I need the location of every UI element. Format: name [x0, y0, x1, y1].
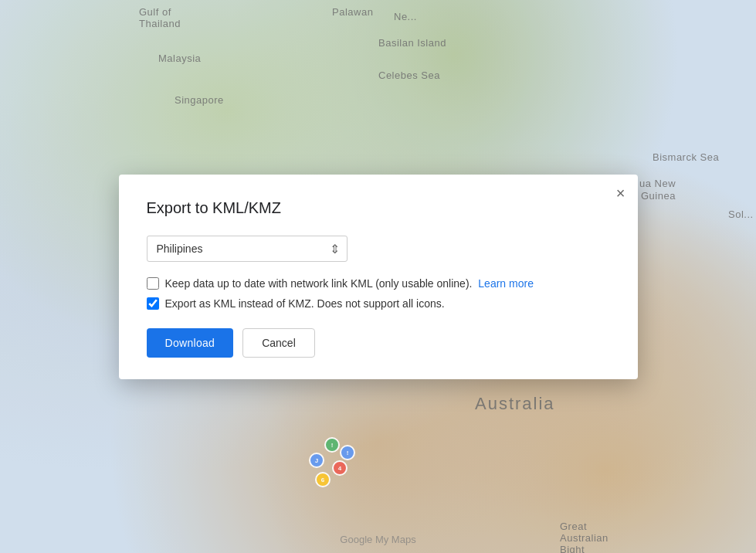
- checkbox-export-kml[interactable]: [147, 297, 159, 310]
- export-dialog: × Export to KML/KMZ Philipines All layer…: [119, 175, 638, 379]
- close-button[interactable]: ×: [616, 185, 625, 201]
- checkbox-network-link-label: Keep data up to date with network link K…: [165, 277, 534, 290]
- cancel-button[interactable]: Cancel: [242, 328, 315, 358]
- download-button[interactable]: Download: [147, 328, 234, 358]
- dialog-title: Export to KML/KMZ: [147, 199, 610, 217]
- layer-select-wrapper: Philipines All layers ⇕: [147, 236, 347, 262]
- modal-overlay: × Export to KML/KMZ Philipines All layer…: [0, 0, 756, 553]
- learn-more-link[interactable]: Learn more: [478, 277, 534, 290]
- checkbox-kml-label: Export as KML instead of KMZ. Does not s…: [165, 297, 445, 310]
- checkbox-network-link-row: Keep data up to date with network link K…: [147, 277, 610, 290]
- checkbox-network-link[interactable]: [147, 277, 159, 290]
- layer-select[interactable]: Philipines All layers: [147, 236, 347, 262]
- checkbox-kml-row: Export as KML instead of KMZ. Does not s…: [147, 297, 610, 310]
- dialog-buttons: Download Cancel: [147, 328, 610, 358]
